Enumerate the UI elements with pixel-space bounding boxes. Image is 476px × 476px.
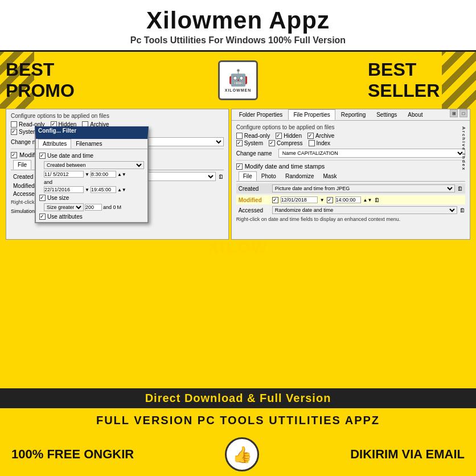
footer: 100% FREE ONGKIR 👍 DIKIRIM VIA EMAIL [0,433,476,476]
right-modify-label: Modify date and time stamps [245,163,325,170]
full-version-bar: FULL VERSION PC TOOLS UTTILITIES APPZ [0,408,476,433]
bottom-banner: Direct Download & Full Version [0,388,476,408]
overlay-tab-attributes[interactable]: Attributes [38,139,71,149]
right-grid-icon[interactable]: ⊞ [450,109,458,117]
right-tab-file-props[interactable]: File Properties [288,109,335,120]
app-subtitle: Pc Tools Uttilities For Windows 100% Ful… [6,35,470,46]
right-modified-time-cb[interactable] [327,197,333,203]
right-accessed-label: Accessed [239,207,270,214]
right-cb-compress: Compress [269,140,303,146]
right-change-name-label: Change name [236,150,276,157]
header: Xilowmen Appz Pc Tools Uttilities For Wi… [0,0,476,52]
overlay-attrs-cb[interactable] [39,214,46,220]
right-checkboxes-row1: Read-only Hidden Archive [236,133,465,139]
right-accessed-icon[interactable]: 🗓 [459,207,465,214]
overlay-datetime-cb[interactable] [39,153,46,159]
overlay-tabs: Attributes Filenames [36,139,147,149]
overlay-use-datetime: Use date and time [39,153,144,159]
right-cb-hidden-box[interactable] [276,133,282,139]
right-cb-archive: Archive [307,133,334,139]
overlay-size-cb[interactable] [39,195,46,201]
archive-index-label: Archive Index [461,126,466,171]
left-modify-cb[interactable] [11,152,17,158]
left-tab-file[interactable]: File [13,160,31,170]
overlay-size-m: M [117,204,122,210]
overlay-size-input[interactable] [85,204,102,211]
overlay-date1-input[interactable] [44,171,84,178]
right-dialog-content: Configure options to be applied on files… [232,121,470,225]
left-dialog: Configure options to be applied on files… [6,109,229,240]
overlay-created-section: Created between ▼ ▲▼ and ▼ [44,161,144,193]
overlay-size-row: Size greater and 0 M [44,203,144,211]
overlay-size-type-select[interactable]: Size greater [44,203,84,211]
right-modified-time-spin[interactable]: ▲▼ [363,198,372,203]
overlay-created-select[interactable]: Created between [44,161,144,169]
overlay-title: Config... Filter [38,128,76,134]
footer-left-text: 100% FREE ONGKIR [11,447,134,462]
right-tab-file[interactable]: File [239,171,257,181]
right-window-icon[interactable]: □ [459,109,467,117]
overlay-date1-spin[interactable]: ▼ [85,172,89,177]
right-tab-settings[interactable]: Settings [371,109,402,120]
right-modify-cb[interactable] [236,163,243,170]
full-version-text: FULL VERSION PC TOOLS UTTILITIES APPZ [96,414,380,426]
right-tab-bar: Folder Properties File Properties Report… [232,109,470,121]
right-tab-reporting[interactable]: Reporting [336,109,371,120]
overlay-date2-row: ▼ ▲▼ [44,186,144,193]
overlay-time2-input[interactable] [91,186,116,193]
right-created-icon[interactable]: 🗓 [457,186,463,192]
right-change-name-select[interactable]: Name CAPITALIZATION [278,149,465,158]
bottom-banner-text: Direct Download & Full Version [6,392,470,405]
logo-box: 🤖 XILOWMEN [218,60,258,100]
right-tab-randomize[interactable]: Randomize [281,171,319,181]
right-cb-index-box[interactable] [309,140,315,146]
right-accessed-select[interactable]: Randomize date and time [272,206,457,214]
right-modified-row: Modified ▼ ▲▼ 🗓 [236,195,465,204]
right-created-select[interactable]: Picture date and time from JPEG [272,184,455,192]
overlay-date2-spin[interactable]: ▼ [85,187,89,192]
right-toolbar-icons: ⊞ □ [450,109,467,120]
overlay-time1-input[interactable] [91,171,116,178]
right-cb-compress-box[interactable] [269,140,275,146]
right-cb-system-box[interactable] [236,140,243,146]
right-modified-time-input[interactable] [335,196,361,203]
right-tab-about[interactable]: About [403,109,428,120]
right-tab-folder-props[interactable]: Folder Properties [234,109,288,120]
right-accessed-row: Accessed Randomize date and time 🗓 [236,206,465,214]
right-sub-tabs: File Photo Randomize Mask [236,171,465,182]
right-tab-mask[interactable]: Mask [319,171,342,181]
right-cb-hidden: Hidden [276,133,302,139]
right-modified-date-input[interactable] [281,196,318,203]
right-cb-index: Index [309,140,330,146]
overlay-time2-spin[interactable]: ▲▼ [117,187,126,192]
right-modified-date-spin[interactable]: ▼ [320,198,325,203]
right-dialog: Folder Properties File Properties Report… [231,109,470,240]
footer-thumbs-icon: 👍 [225,437,259,471]
overlay-time1-spin[interactable]: ▲▼ [117,172,126,177]
overlay-date1-row: ▼ ▲▼ [44,171,144,178]
overlay-attrs-label: Use attributes [47,214,83,220]
left-section-label: Configure options to be applied on files [11,113,224,119]
overlay-use-size: Use size [39,195,144,201]
app-title: Xilowmen Appz [6,7,470,34]
right-modified-icon[interactable]: 🗓 [374,197,380,203]
overlay-date2-input[interactable] [44,186,84,193]
footer-right-text: DIKIRIM VIA EMAIL [350,447,465,462]
overlay-tab-filenames[interactable]: Filenames [71,139,106,149]
overlay-size-label: Use size [47,195,69,201]
cb-readonly-box[interactable] [11,121,17,128]
right-modified-cb[interactable] [272,197,278,203]
best-seller-label: BEST SELLER [368,59,470,101]
right-change-name-row: Change name Name CAPITALIZATION [236,149,465,158]
overlay-and-label: and [44,179,144,185]
right-cb-archive-box[interactable] [307,133,314,139]
left-created-icon: 🗓 [218,174,224,180]
right-checkboxes-row2: System Compress Index [236,140,465,146]
right-tab-photo[interactable]: Photo [257,171,281,181]
right-cb-system: System [236,140,263,146]
cb-system-box[interactable] [11,129,17,135]
right-cb-readonly-box[interactable] [236,133,243,139]
right-modify-row: Modify date and time stamps [236,163,465,170]
logo-icon: 🤖 [228,68,248,87]
logo-text: XILOWMEN [225,88,252,92]
